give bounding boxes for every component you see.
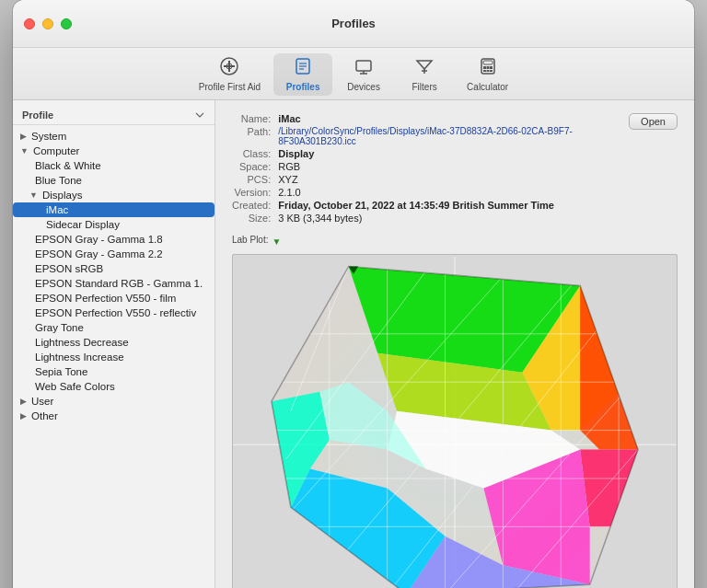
toolbar-filters-label: Filters xyxy=(411,82,436,92)
sidebar-epson-standard-rgb-label: EPSON Standard RGB - Gamma 1. xyxy=(35,278,203,289)
toolbar-devices[interactable]: Devices xyxy=(334,53,393,96)
toolbar-calculator[interactable]: Calculator xyxy=(456,53,519,96)
lab-plot-label: Lab Plot: xyxy=(232,235,268,245)
close-button[interactable] xyxy=(24,18,35,29)
sidebar-item-epson-v550-film[interactable]: EPSON Perfection V550 - film xyxy=(13,291,214,306)
svg-rect-19 xyxy=(483,70,486,72)
space-value: RGB xyxy=(278,161,621,172)
svg-rect-15 xyxy=(483,61,493,64)
class-value: Display xyxy=(278,148,621,159)
sidebar-item-epson-srgb[interactable]: EPSON sRGB xyxy=(13,261,214,276)
size-value: 3 KB (3,344 bytes) xyxy=(278,213,621,224)
sidebar-displays-label: Displays xyxy=(42,190,82,201)
sidebar-item-system[interactable]: ▶ System xyxy=(13,129,214,144)
sidebar-profile-label: Profile xyxy=(22,110,53,121)
sidebar-gray-tone-label: Gray Tone xyxy=(35,322,84,333)
sidebar-header: Profile xyxy=(13,106,214,125)
sidebar-web-safe-colors-label: Web Safe Colors xyxy=(35,381,115,392)
svg-rect-21 xyxy=(490,70,493,72)
system-arrow: ▶ xyxy=(20,132,27,141)
sidebar-item-displays[interactable]: ▼ Displays xyxy=(13,188,214,202)
other-arrow: ▶ xyxy=(20,411,27,421)
sidebar-item-blue-tone[interactable]: Blue Tone xyxy=(13,173,214,188)
sidebar-item-gray-tone[interactable]: Gray Tone xyxy=(13,320,214,335)
sidebar-item-computer[interactable]: ▼ Computer xyxy=(13,144,214,158)
profile-info-grid: Name: iMac Path: /Library/ColorSync/Prof… xyxy=(232,113,621,224)
open-button[interactable]: Open xyxy=(629,113,678,130)
sidebar-blue-tone-label: Blue Tone xyxy=(35,175,82,186)
sidebar-item-epson-standard-rgb[interactable]: EPSON Standard RGB - Gamma 1. xyxy=(13,276,214,291)
minimize-button[interactable] xyxy=(42,18,53,29)
sidebar-black-white-label: Black & White xyxy=(35,160,101,171)
sidebar-item-web-safe-colors[interactable]: Web Safe Colors xyxy=(13,379,214,394)
sidebar-other-label: Other xyxy=(31,410,58,421)
created-label: Created: xyxy=(232,200,271,211)
sidebar-item-user[interactable]: ▶ User xyxy=(13,394,214,409)
main-window: Profiles Profile First Aid xyxy=(13,0,694,588)
window-title: Profiles xyxy=(331,17,376,30)
calculator-icon xyxy=(479,57,497,80)
svg-rect-18 xyxy=(490,66,493,69)
sidebar-system-label: System xyxy=(31,131,66,142)
content-area: Profile ▶ System ▼ Computer Black & Whit… xyxy=(13,100,694,588)
name-label: Name: xyxy=(232,113,271,124)
pcs-label: PCS: xyxy=(232,174,271,185)
toolbar-profile-first-aid-label: Profile First Aid xyxy=(199,82,261,92)
filters-icon xyxy=(415,57,434,80)
sidebar-imac-label: iMac xyxy=(46,204,68,215)
profiles-icon xyxy=(294,57,312,80)
sidebar-sidecar-label: Sidecar Display xyxy=(46,219,120,230)
sidebar-epson-v550-reflective-label: EPSON Perfection V550 - reflectiv xyxy=(35,307,196,318)
sidebar-lightness-decrease-label: Lightness Decrease xyxy=(35,337,129,348)
size-label: Size: xyxy=(232,213,271,224)
maximize-button[interactable] xyxy=(61,18,72,29)
sidebar-epson-v550-film-label: EPSON Perfection V550 - film xyxy=(35,293,176,304)
sidebar-sort-icon[interactable] xyxy=(194,110,205,121)
toolbar-calculator-label: Calculator xyxy=(467,82,508,92)
class-label: Class: xyxy=(232,148,271,159)
sidebar-lightness-increase-label: Lightness Increase xyxy=(35,352,124,363)
created-value: Friday, October 21, 2022 at 14:35:49 Bri… xyxy=(278,200,621,211)
sidebar-item-sepia-tone[interactable]: Sepia Tone xyxy=(13,364,214,379)
sidebar-item-black-white[interactable]: Black & White xyxy=(13,158,214,173)
user-arrow: ▶ xyxy=(20,397,27,406)
main-panel: Name: iMac Path: /Library/ColorSync/Prof… xyxy=(215,100,694,588)
toolbar-profiles[interactable]: Profiles xyxy=(273,53,332,96)
sidebar-item-imac[interactable]: iMac xyxy=(13,202,214,217)
toolbar-profile-first-aid[interactable]: Profile First Aid xyxy=(188,53,272,96)
path-value: /Library/ColorSync/Profiles/Displays/iMa… xyxy=(278,126,621,146)
sidebar-item-lightness-increase[interactable]: Lightness Increase xyxy=(13,350,214,364)
svg-rect-20 xyxy=(486,70,489,72)
svg-rect-8 xyxy=(356,61,371,71)
svg-marker-11 xyxy=(417,61,432,69)
sidebar-item-epson-gray-2[interactable]: EPSON Gray - Gamma 2.2 xyxy=(13,247,214,261)
sidebar-epson-gray-1-label: EPSON Gray - Gamma 1.8 xyxy=(35,234,163,245)
lab-plot-arrow: ▼ xyxy=(272,236,281,247)
sidebar-computer-label: Computer xyxy=(33,145,80,156)
sidebar-item-lightness-decrease[interactable]: Lightness Decrease xyxy=(13,335,214,350)
space-label: Space: xyxy=(232,161,271,172)
sidebar-item-other[interactable]: ▶ Other xyxy=(13,409,214,423)
pcs-value: XYZ xyxy=(278,174,621,185)
path-label: Path: xyxy=(232,126,271,146)
toolbar-filters[interactable]: Filters xyxy=(395,53,454,96)
sidebar: Profile ▶ System ▼ Computer Black & Whit… xyxy=(13,100,215,588)
devices-icon xyxy=(354,57,373,80)
profile-first-aid-icon xyxy=(220,57,238,80)
sidebar-item-epson-gray-1[interactable]: EPSON Gray - Gamma 1.8 xyxy=(13,232,214,247)
title-bar: Profiles xyxy=(13,0,694,48)
sidebar-epson-gray-2-label: EPSON Gray - Gamma 2.2 xyxy=(35,248,163,259)
toolbar-profiles-label: Profiles xyxy=(286,82,320,92)
traffic-lights xyxy=(24,18,72,29)
sidebar-sepia-tone-label: Sepia Tone xyxy=(35,366,87,377)
gamut-svg xyxy=(233,255,677,588)
toolbar-devices-label: Devices xyxy=(347,82,380,92)
displays-arrow: ▼ xyxy=(29,190,38,200)
sidebar-item-sidecar[interactable]: Sidecar Display xyxy=(13,217,214,232)
sidebar-epson-srgb-label: EPSON sRGB xyxy=(35,263,103,274)
sidebar-item-epson-v550-reflective[interactable]: EPSON Perfection V550 - reflectiv xyxy=(13,306,214,320)
name-value: iMac xyxy=(278,113,621,124)
version-value: 2.1.0 xyxy=(278,187,621,198)
version-label: Version: xyxy=(232,187,271,198)
svg-rect-17 xyxy=(486,66,489,69)
